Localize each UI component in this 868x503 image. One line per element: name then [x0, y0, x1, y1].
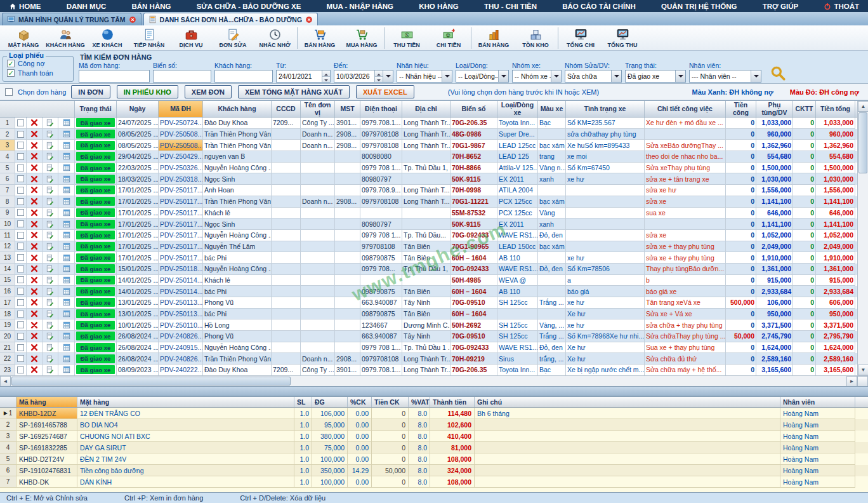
print-cell[interactable] [58, 286, 75, 297]
spinner-down-icon[interactable] [322, 77, 330, 83]
print-cell[interactable] [58, 264, 75, 275]
xu-t-excel-button[interactable]: XUẤT EXCEL [356, 85, 414, 98]
print-cell[interactable] [58, 208, 75, 219]
row-checkbox[interactable] [17, 276, 24, 283]
column-header-a-ch[interactable]: Địa chỉ [402, 101, 450, 117]
orders-vertical-scrollbar[interactable]: ▲ ▼ [857, 101, 868, 375]
print-cell[interactable] [58, 117, 75, 129]
row-select-cell[interactable] [15, 319, 27, 331]
item-row[interactable]: 7KHBD-DKDÁN KÍNH1.0100,0000.0008.0108,00… [0, 476, 868, 488]
items-column-header-g[interactable]: ĐG [312, 397, 348, 407]
search-button[interactable] [767, 64, 789, 83]
n-date-input[interactable]: 10/03/2026 [334, 70, 393, 83]
scroll-down-button[interactable]: ▼ [858, 365, 868, 375]
edit-cell[interactable] [43, 208, 58, 219]
column-header-lo-i-d-ng-xe[interactable]: Loại/Dòng xe [497, 101, 538, 117]
toolbar-button-mua-h-ng[interactable]: MUA HÀNG [341, 26, 383, 50]
delete-cell[interactable] [27, 151, 43, 163]
row-checkbox[interactable] [17, 355, 24, 362]
edit-cell[interactable] [43, 140, 58, 151]
tab-close-icon[interactable] [305, 16, 313, 23]
print-cell[interactable] [58, 252, 75, 264]
delete-cell[interactable] [27, 342, 43, 354]
filter-text-input[interactable] [217, 70, 272, 82]
row-checkbox[interactable] [17, 119, 24, 126]
m-n-h-ng-input[interactable] [79, 70, 150, 83]
row-select-cell[interactable] [15, 163, 27, 174]
delete-cell[interactable] [27, 275, 43, 286]
orders-horizontal-scrollbar[interactable]: ◄ ► [0, 375, 868, 386]
delete-cell[interactable] [27, 129, 43, 140]
row-select-cell[interactable] [15, 309, 27, 320]
edit-cell[interactable] [43, 297, 58, 309]
order-row[interactable]: 17Đã giao xe13/01/2025 ...PDV-250113...P… [0, 297, 857, 309]
column-header-i-n-tho-i[interactable]: Điện thoại [360, 101, 402, 117]
row-checkbox[interactable] [17, 153, 24, 160]
xem-n-button[interactable]: XEM ĐƠN [185, 85, 232, 98]
dropdown-arrow-icon[interactable] [442, 70, 452, 82]
toolbar-button-m-t-h-ng[interactable]: MẶT HÀNG [3, 26, 44, 50]
row-select-cell[interactable] [15, 331, 27, 342]
menu-item-home[interactable]: HOME [9, 0, 41, 12]
row-checkbox[interactable] [17, 198, 24, 205]
nh-m-s-a-dv-select[interactable]: Sửa chữa [565, 70, 622, 83]
spinner-up-icon[interactable] [375, 70, 383, 77]
delete-cell[interactable] [27, 286, 43, 297]
row-select-cell[interactable] [15, 252, 27, 264]
print-cell[interactable] [58, 196, 75, 208]
lo-i-d-ng-select[interactable]: -- Loại/Dòng-- [456, 70, 509, 83]
row-select-cell[interactable] [15, 208, 27, 219]
tab-1[interactable]: MÀN HÌNH QUẢN LÝ TRUNG TÂM [2, 13, 141, 25]
toolbar-button-nh-c-nh[interactable]: NHẮC NHỞ [254, 26, 296, 50]
column-header-chi-ti-t-c-ng-vi-c[interactable]: Chi tiết công việc [645, 101, 726, 117]
row-checkbox[interactable] [17, 311, 24, 318]
order-row[interactable]: 14Đã giao xe15/01/2025 ...PDV-250118...N… [0, 264, 857, 275]
delete-cell[interactable] [27, 252, 43, 264]
menu-item-thu-chi-ti-n[interactable]: THU - CHI TIỀN [484, 0, 537, 12]
toolbar-button-thu-ti-n[interactable]: $THU TIỀN [386, 26, 428, 50]
row-select-cell[interactable] [15, 297, 27, 309]
print-cell[interactable] [58, 185, 75, 196]
row-select-cell[interactable] [15, 275, 27, 286]
edit-cell[interactable] [43, 353, 58, 365]
menu-item-b-o-c-o-t-i-ch-nh[interactable]: BÁO CÁO TÀI CHÍNH [562, 0, 636, 12]
splitter[interactable] [0, 386, 868, 396]
horizontal-scroll-thumb[interactable] [11, 377, 291, 386]
print-cell[interactable] [58, 297, 75, 309]
order-row[interactable]: 13Đã giao xe17/01/2025 ...PDV-250117...b… [0, 252, 857, 264]
row-select-cell[interactable] [15, 264, 27, 275]
delete-cell[interactable] [27, 264, 43, 275]
edit-cell[interactable] [43, 331, 58, 342]
t-date-input[interactable]: 24/01/2021 [276, 70, 331, 83]
print-cell[interactable] [58, 319, 75, 331]
print-cell[interactable] [58, 151, 75, 163]
row-checkbox[interactable] [17, 299, 24, 306]
row-select-cell[interactable] [15, 117, 27, 129]
delete-cell[interactable] [27, 185, 43, 196]
row-select-cell[interactable] [15, 196, 27, 208]
row-checkbox[interactable] [17, 321, 24, 328]
print-cell[interactable] [58, 129, 75, 140]
menu-item-kho-h-ng[interactable]: KHO HÀNG [419, 0, 459, 12]
item-row[interactable]: 5KHBD-D2T24VĐÈN 2 TIM 24V1.0100,0000.000… [0, 453, 868, 465]
toolbar-button-t-ng-thu[interactable]: TỔNG THU [602, 26, 643, 50]
in-n-button[interactable]: IN ĐƠN [71, 85, 110, 98]
order-row[interactable]: 3Đã giao xe08/05/2025 ...PDV-250508...Tr… [0, 140, 857, 151]
edit-cell[interactable] [43, 218, 58, 230]
order-row[interactable]: 1Đã giao xe24/07/2025 ...PDV-250724...Đà… [0, 117, 857, 129]
tab-2[interactable]: DANH SÁCH ĐƠN HÀ...CHỮA - BẢO DƯỠNG [143, 13, 319, 25]
menu-item-s-a-ch-a-b-o-d-ng-xe[interactable]: SỬA CHỮA - BẢO DƯỠNG XE [197, 0, 301, 12]
row-checkbox[interactable] [17, 232, 24, 239]
edit-cell[interactable] [43, 129, 58, 140]
items-column-header-th-nh-ti-n[interactable]: Thành tiền [430, 397, 475, 407]
voucher-type-option-thanh-to-n[interactable]: ✓Thanh toán [7, 69, 70, 77]
print-cell[interactable] [58, 218, 75, 230]
row-select-cell[interactable] [15, 365, 27, 375]
print-cell[interactable] [58, 275, 75, 286]
edit-cell[interactable] [43, 163, 58, 174]
row-select-cell[interactable] [15, 230, 27, 241]
row-checkbox[interactable] [17, 333, 24, 340]
row-checkbox[interactable] [17, 288, 24, 295]
select-orders-checkbox[interactable] [5, 88, 13, 96]
row-checkbox[interactable] [17, 220, 24, 227]
